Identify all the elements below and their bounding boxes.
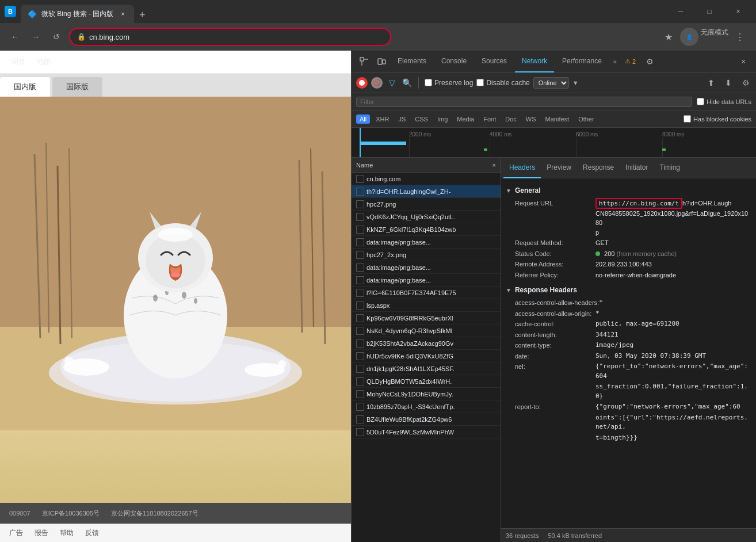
filter-type-other[interactable]: Other: [575, 114, 598, 124]
tab-response[interactable]: Response: [577, 158, 620, 178]
back-button[interactable]: ←: [7, 29, 23, 45]
footer-report-link[interactable]: 报告: [35, 528, 48, 538]
site-tab-domestic[interactable]: 国内版: [0, 77, 50, 97]
tab-initiator[interactable]: Initiator: [620, 158, 654, 178]
filter-type-all[interactable]: All: [356, 114, 370, 124]
list-item[interactable]: data:image/png;base...: [352, 274, 501, 287]
filter-type-css[interactable]: CSS: [411, 114, 432, 124]
preserve-log-checkbox-label[interactable]: Preserve log: [425, 79, 473, 87]
has-blocked-cookies-label[interactable]: Has blocked cookies: [684, 115, 751, 123]
search-network-button[interactable]: 🔍: [401, 77, 413, 89]
list-item[interactable]: cn.bing.com: [352, 173, 501, 185]
filter-type-ws[interactable]: WS: [522, 114, 540, 124]
filter-input[interactable]: [356, 97, 692, 107]
filter-type-img[interactable]: Img: [434, 114, 451, 124]
clear-button[interactable]: 🚫: [371, 77, 383, 89]
list-item[interactable]: hUDr5cv9tKe-5diQ3VKxU8ZfG: [352, 350, 501, 362]
devtools-settings-button[interactable]: ⚙: [642, 54, 658, 70]
footer-feedback-link[interactable]: 反馈: [85, 528, 99, 538]
disable-cache-checkbox[interactable]: [476, 79, 484, 86]
filter-type-js[interactable]: JS: [395, 114, 409, 124]
active-tab[interactable]: 🔷 微软 Bing 搜索 - 国内版 ×: [21, 5, 134, 23]
timeline-mark-6000: 6000 ms: [576, 131, 598, 138]
list-item[interactable]: dn1jk1pgK28rShAI1LXEp45SF.: [352, 362, 501, 375]
list-item[interactable]: KkNZF_6GkI7l1q3Kq4B104zwb: [352, 223, 501, 236]
request-list-body[interactable]: cn.bing.comth?id=OHR.LaughingOwl_ZH-hpc2…: [352, 173, 501, 542]
filter-type-xhr[interactable]: XHR: [372, 114, 392, 124]
timeline-mark-4000: 4000 ms: [490, 131, 511, 138]
list-item[interactable]: Kp96cw6V09G8fRRkG5eubrXl: [352, 312, 501, 325]
refresh-button[interactable]: ↺: [48, 29, 64, 45]
list-item[interactable]: BZ4UfleWu9BfKpat2kZG4pw6: [352, 413, 501, 426]
tab-timing[interactable]: Timing: [654, 158, 686, 178]
address-box[interactable]: 🔒 cn.bing.com: [69, 28, 391, 46]
site-nav-map[interactable]: 地图: [37, 57, 51, 67]
network-settings-button[interactable]: ⚙: [740, 77, 751, 89]
footer-help-link[interactable]: 帮助: [60, 528, 74, 538]
forward-button[interactable]: →: [28, 29, 44, 45]
footer-ad-link[interactable]: 广告: [9, 528, 23, 538]
menu-button[interactable]: ⋮: [731, 28, 749, 46]
list-item[interactable]: QLDyHgBMOTW5a2dx4IWrH.: [352, 375, 501, 388]
tab-performance[interactable]: Performance: [555, 51, 609, 72]
hide-data-urls-checkbox[interactable]: [697, 98, 704, 105]
bookmark-button[interactable]: ★: [659, 28, 678, 46]
filter-type-doc[interactable]: Doc: [502, 114, 520, 124]
close-button[interactable]: ×: [725, 2, 751, 21]
list-item[interactable]: 10zb895z70spH_-S34cUenfTp.: [352, 400, 501, 413]
tab-preview[interactable]: Preview: [541, 158, 577, 178]
tab-elements[interactable]: Elements: [391, 51, 433, 72]
disable-cache-checkbox-label[interactable]: Disable cache: [476, 79, 529, 87]
list-item[interactable]: hpc27_2x.png: [352, 249, 501, 261]
list-item[interactable]: l?lG=6E110B0F7E374AF19E75: [352, 287, 501, 299]
preserve-log-checkbox[interactable]: [425, 79, 432, 86]
tab-close-button[interactable]: ×: [118, 9, 127, 18]
filter-type-font[interactable]: Font: [480, 114, 499, 124]
tab-network[interactable]: Network: [515, 51, 554, 72]
tab-headers[interactable]: Headers: [503, 158, 541, 178]
list-item[interactable]: 5D0uT4Fez9WLSzMwMInPhW: [352, 426, 501, 438]
close-sidebar-button[interactable]: ×: [492, 162, 496, 169]
response-headers-section-header[interactable]: ▼ Response Headers: [506, 286, 751, 294]
minimize-button[interactable]: ─: [667, 2, 694, 21]
list-item[interactable]: data:image/png;base...: [352, 261, 501, 274]
filter-type-media[interactable]: Media: [453, 114, 478, 124]
list-item[interactable]: th?id=OHR.LaughingOwl_ZH-: [352, 185, 501, 198]
list-item[interactable]: lsp.aspx: [352, 299, 501, 312]
more-tabs-button[interactable]: »: [610, 56, 620, 67]
throttling-select[interactable]: Online: [533, 77, 569, 89]
footer-icp[interactable]: 京ICP备10036305号: [42, 509, 100, 518]
list-item[interactable]: MohyNcCsL9y1DOhEUBymJy.: [352, 388, 501, 400]
nel-row: nel: {"report_to":"network-errors","max_…: [506, 361, 751, 381]
footer-gov[interactable]: 京公网安备11010802022657号: [111, 509, 198, 518]
site-nav-dictionary[interactable]: 词典: [12, 57, 25, 67]
list-item[interactable]: b2jK53ShtA2vbaZAckacg90Gv: [352, 337, 501, 350]
request-url-label: Request URL: [515, 199, 595, 237]
list-item[interactable]: NsKd_4dyvm6qQ-R3hvpSfkMl: [352, 325, 501, 337]
hide-data-urls-label[interactable]: Hide data URLs: [697, 98, 751, 105]
date-label: date:: [515, 352, 595, 361]
devtools-close-button[interactable]: ×: [735, 54, 751, 70]
filter-button[interactable]: ▽: [386, 77, 398, 89]
general-section-header[interactable]: ▼ General: [506, 186, 751, 194]
maximize-button[interactable]: □: [696, 2, 723, 21]
alert-badge[interactable]: ⚠ 2: [621, 58, 639, 65]
site-tab-international[interactable]: 国际版: [52, 77, 102, 97]
inspect-element-button[interactable]: [356, 54, 372, 70]
list-item[interactable]: data:image/png;base...: [352, 236, 501, 249]
new-tab-button[interactable]: +: [134, 7, 150, 23]
export-har-button[interactable]: ⬇: [720, 75, 736, 91]
tab-console[interactable]: Console: [434, 51, 474, 72]
list-item[interactable]: hpc27.png: [352, 198, 501, 211]
list-item[interactable]: vQdK6zJCYqq_Ujj0rSxiQq2utL.: [352, 211, 501, 223]
date-value: Sun, 03 May 2020 07:38:39 GMT: [595, 352, 706, 361]
device-toolbar-button[interactable]: [373, 54, 390, 70]
request-item-checkbox: [356, 314, 364, 322]
import-har-button[interactable]: ⬆: [703, 75, 719, 91]
network-gear-icon: ⚙: [742, 78, 750, 87]
tab-sources[interactable]: Sources: [475, 51, 514, 72]
filter-type-manifest[interactable]: Manifest: [542, 114, 573, 124]
profile-button[interactable]: 👤: [680, 28, 698, 46]
record-button[interactable]: [356, 77, 368, 89]
has-blocked-cookies-checkbox[interactable]: [684, 115, 691, 123]
